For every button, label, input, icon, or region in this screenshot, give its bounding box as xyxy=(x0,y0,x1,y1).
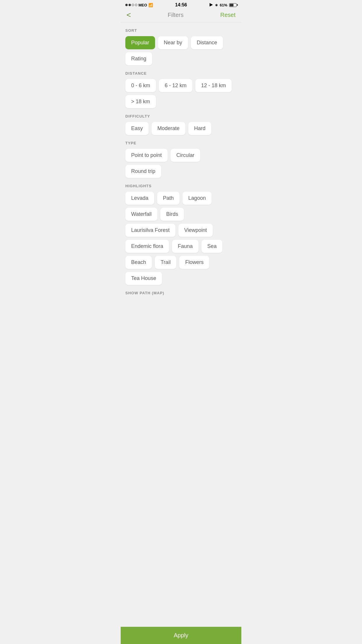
distance-chip-0-6[interactable]: 0 - 6 km xyxy=(125,79,156,92)
type-chip-round-trip[interactable]: Round trip xyxy=(125,165,161,178)
distance-chip-12-18[interactable]: 12 - 18 km xyxy=(195,79,232,92)
highlight-chip-tea-house[interactable]: Tea House xyxy=(125,272,162,285)
highlight-chip-viewpoint[interactable]: Viewpoint xyxy=(178,224,213,237)
highlight-chip-laurisilva[interactable]: Laurisilva Forest xyxy=(125,224,175,237)
dot1 xyxy=(125,4,128,6)
nav-bar: < Filters Reset xyxy=(121,9,241,22)
difficulty-chip-easy[interactable]: Easy xyxy=(125,122,149,135)
dot4 xyxy=(135,4,137,6)
reset-button[interactable]: Reset xyxy=(220,12,236,18)
difficulty-chip-moderate[interactable]: Moderate xyxy=(152,122,185,135)
status-left: MEO 📶 xyxy=(125,3,153,7)
carrier-label: MEO xyxy=(138,3,147,7)
distance-chip-18plus[interactable]: > 18 km xyxy=(125,95,156,108)
sort-chip-rating[interactable]: Rating xyxy=(125,52,152,65)
sort-chip-nearby[interactable]: Near by xyxy=(158,36,188,49)
type-chip-circular[interactable]: Circular xyxy=(171,149,200,162)
time-label: 14:56 xyxy=(175,2,187,8)
show-path-section-label: SHOW PATH (MAP) xyxy=(125,291,237,295)
highlight-chip-lagoon[interactable]: Lagoon xyxy=(182,192,212,205)
type-chips: Point to point Circular Round trip xyxy=(125,149,237,178)
battery-indicator xyxy=(229,3,237,7)
type-section-label: TYPE xyxy=(125,141,237,145)
highlights-chips: Levada Path Lagoon Waterfall Birds Lauri… xyxy=(125,192,237,285)
type-chip-point-to-point[interactable]: Point to point xyxy=(125,149,168,162)
signal-dots xyxy=(125,4,137,6)
battery-fill xyxy=(230,4,233,6)
difficulty-chip-hard[interactable]: Hard xyxy=(188,122,211,135)
highlight-chip-endemic-flora[interactable]: Endemic flora xyxy=(125,240,169,253)
highlight-chip-fauna[interactable]: Fauna xyxy=(172,240,198,253)
battery-body xyxy=(229,3,237,7)
highlights-section-label: HIGHLIGHTS xyxy=(125,184,237,188)
sort-chip-popular[interactable]: Popular xyxy=(125,36,155,49)
highlight-chip-beach[interactable]: Beach xyxy=(125,256,152,269)
highlight-chip-path[interactable]: Path xyxy=(157,192,180,205)
sort-section-label: SORT xyxy=(125,28,237,33)
highlight-chip-flowers[interactable]: Flowers xyxy=(179,256,209,269)
highlight-chip-sea[interactable]: Sea xyxy=(201,240,222,253)
highlight-chip-levada[interactable]: Levada xyxy=(125,192,154,205)
distance-section-label: DISTANCE xyxy=(125,71,237,76)
distance-chip-6-12[interactable]: 6 - 12 km xyxy=(159,79,192,92)
difficulty-section-label: DIFFICULTY xyxy=(125,114,237,118)
dot2 xyxy=(129,4,131,6)
status-right: ⯈ ∗ 61% xyxy=(209,3,237,7)
distance-chips: 0 - 6 km 6 - 12 km 12 - 18 km > 18 km xyxy=(125,79,237,108)
back-button[interactable]: < xyxy=(126,11,131,19)
dot3 xyxy=(132,4,134,6)
highlight-chip-birds[interactable]: Birds xyxy=(160,208,184,221)
difficulty-chips: Easy Moderate Hard xyxy=(125,122,237,135)
filter-content: SORT Popular Near by Distance Rating DIS… xyxy=(121,28,241,322)
wifi-icon: 📶 xyxy=(148,3,153,7)
sort-chip-distance[interactable]: Distance xyxy=(191,36,223,49)
status-bar: MEO 📶 14:56 ⯈ ∗ 61% xyxy=(121,0,241,9)
sort-chips: Popular Near by Distance Rating xyxy=(125,36,237,65)
highlight-chip-waterfall[interactable]: Waterfall xyxy=(125,208,157,221)
highlight-chip-trail[interactable]: Trail xyxy=(155,256,176,269)
page-title: Filters xyxy=(168,12,183,18)
location-icon: ⯈ xyxy=(209,3,213,7)
battery-percent: 61% xyxy=(220,3,227,7)
bluetooth-icon: ∗ xyxy=(215,3,218,7)
